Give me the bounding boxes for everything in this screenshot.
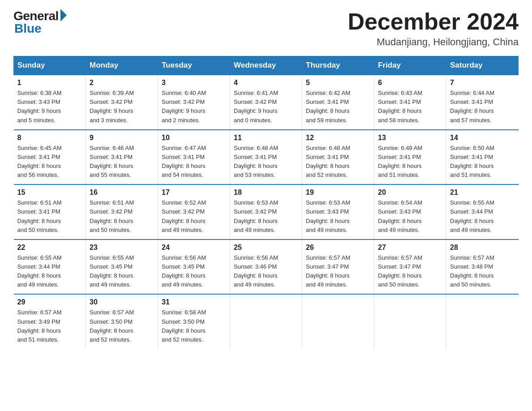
calendar-cell: 18Sunrise: 6:53 AM Sunset: 3:42 PM Dayli… (230, 184, 302, 240)
day-number: 26 (306, 244, 370, 252)
day-info: Sunrise: 6:55 AM Sunset: 3:44 PM Dayligh… (17, 253, 82, 290)
day-number: 5 (306, 79, 370, 87)
day-number: 30 (90, 298, 154, 306)
calendar-cell: 10Sunrise: 6:47 AM Sunset: 3:41 PM Dayli… (158, 130, 230, 185)
calendar-cell: 15Sunrise: 6:51 AM Sunset: 3:41 PM Dayli… (14, 184, 86, 240)
day-number: 2 (90, 79, 154, 87)
calendar-cell: 31Sunrise: 6:58 AM Sunset: 3:50 PM Dayli… (158, 294, 230, 349)
day-info: Sunrise: 6:51 AM Sunset: 3:41 PM Dayligh… (17, 198, 82, 235)
day-number: 8 (17, 134, 82, 142)
calendar-cell: 24Sunrise: 6:56 AM Sunset: 3:45 PM Dayli… (158, 240, 230, 295)
logo: General Blue (13, 9, 67, 36)
calendar-cell: 27Sunrise: 6:57 AM Sunset: 3:47 PM Dayli… (374, 240, 446, 295)
day-number: 6 (378, 79, 442, 87)
calendar-cell: 30Sunrise: 6:57 AM Sunset: 3:50 PM Dayli… (86, 294, 158, 349)
day-info: Sunrise: 6:57 AM Sunset: 3:48 PM Dayligh… (450, 253, 515, 290)
calendar-cell: 29Sunrise: 6:57 AM Sunset: 3:49 PM Dayli… (14, 294, 86, 349)
day-number: 27 (378, 244, 442, 252)
day-info: Sunrise: 6:56 AM Sunset: 3:46 PM Dayligh… (234, 253, 298, 290)
day-info: Sunrise: 6:48 AM Sunset: 3:41 PM Dayligh… (234, 144, 298, 180)
day-number: 22 (17, 244, 82, 252)
day-info: Sunrise: 6:52 AM Sunset: 3:42 PM Dayligh… (162, 198, 226, 235)
day-info: Sunrise: 6:57 AM Sunset: 3:47 PM Dayligh… (378, 253, 442, 290)
calendar-cell: 20Sunrise: 6:54 AM Sunset: 3:43 PM Dayli… (374, 184, 446, 240)
calendar-cell (446, 294, 519, 349)
day-info: Sunrise: 6:57 AM Sunset: 3:47 PM Dayligh… (306, 253, 370, 290)
calendar-cell: 6Sunrise: 6:43 AM Sunset: 3:41 PM Daylig… (374, 75, 446, 130)
col-header-wednesday: Wednesday (230, 56, 302, 75)
day-number: 29 (17, 298, 82, 306)
calendar-cell: 12Sunrise: 6:48 AM Sunset: 3:41 PM Dayli… (302, 130, 374, 185)
col-header-thursday: Thursday (302, 56, 374, 75)
calendar-cell: 22Sunrise: 6:55 AM Sunset: 3:44 PM Dayli… (14, 240, 86, 295)
col-header-monday: Monday (86, 56, 158, 75)
page-header: General Blue December 2024 Mudanjiang, H… (13, 9, 519, 48)
calendar-week-2: 8Sunrise: 6:45 AM Sunset: 3:41 PM Daylig… (14, 130, 519, 185)
day-info: Sunrise: 6:48 AM Sunset: 3:41 PM Dayligh… (306, 144, 370, 180)
day-info: Sunrise: 6:58 AM Sunset: 3:50 PM Dayligh… (162, 308, 226, 344)
calendar-cell: 26Sunrise: 6:57 AM Sunset: 3:47 PM Dayli… (302, 240, 374, 295)
col-header-sunday: Sunday (14, 56, 86, 75)
day-info: Sunrise: 6:41 AM Sunset: 3:42 PM Dayligh… (234, 89, 298, 125)
day-number: 25 (234, 244, 298, 252)
day-number: 17 (162, 188, 226, 197)
day-number: 19 (306, 188, 370, 197)
logo-triangle-icon (60, 9, 67, 21)
day-info: Sunrise: 6:53 AM Sunset: 3:43 PM Dayligh… (306, 198, 370, 235)
calendar-cell: 9Sunrise: 6:46 AM Sunset: 3:41 PM Daylig… (86, 130, 158, 185)
day-number: 10 (162, 134, 226, 142)
day-info: Sunrise: 6:44 AM Sunset: 3:41 PM Dayligh… (450, 89, 515, 125)
col-header-saturday: Saturday (446, 56, 519, 75)
title-block: December 2024 Mudanjiang, Heilongjiang, … (348, 9, 519, 48)
col-header-friday: Friday (374, 56, 446, 75)
calendar-cell: 28Sunrise: 6:57 AM Sunset: 3:48 PM Dayli… (446, 240, 519, 295)
calendar-cell: 16Sunrise: 6:51 AM Sunset: 3:42 PM Dayli… (86, 184, 158, 240)
calendar-cell: 7Sunrise: 6:44 AM Sunset: 3:41 PM Daylig… (446, 75, 519, 130)
calendar-cell: 3Sunrise: 6:40 AM Sunset: 3:42 PM Daylig… (158, 75, 230, 130)
calendar-cell: 4Sunrise: 6:41 AM Sunset: 3:42 PM Daylig… (230, 75, 302, 130)
day-number: 12 (306, 134, 370, 142)
day-info: Sunrise: 6:38 AM Sunset: 3:43 PM Dayligh… (17, 89, 82, 125)
day-number: 11 (234, 134, 298, 142)
calendar-cell (374, 294, 446, 349)
day-info: Sunrise: 6:45 AM Sunset: 3:41 PM Dayligh… (17, 144, 82, 180)
day-number: 16 (90, 188, 154, 197)
day-number: 28 (450, 244, 515, 252)
day-info: Sunrise: 6:40 AM Sunset: 3:42 PM Dayligh… (162, 89, 226, 125)
calendar-cell: 21Sunrise: 6:55 AM Sunset: 3:44 PM Dayli… (446, 184, 519, 240)
calendar-cell: 25Sunrise: 6:56 AM Sunset: 3:46 PM Dayli… (230, 240, 302, 295)
day-number: 14 (450, 134, 515, 142)
calendar-cell: 8Sunrise: 6:45 AM Sunset: 3:41 PM Daylig… (14, 130, 86, 185)
day-number: 9 (90, 134, 154, 142)
col-header-tuesday: Tuesday (158, 56, 230, 75)
logo-blue-text: Blue (13, 21, 42, 36)
day-number: 1 (17, 79, 82, 87)
calendar-week-1: 1Sunrise: 6:38 AM Sunset: 3:43 PM Daylig… (14, 75, 519, 130)
calendar-week-3: 15Sunrise: 6:51 AM Sunset: 3:41 PM Dayli… (14, 184, 519, 240)
calendar-week-5: 29Sunrise: 6:57 AM Sunset: 3:49 PM Dayli… (14, 294, 519, 349)
calendar-cell: 14Sunrise: 6:50 AM Sunset: 3:41 PM Dayli… (446, 130, 519, 185)
day-info: Sunrise: 6:51 AM Sunset: 3:42 PM Dayligh… (90, 198, 154, 235)
calendar-cell: 5Sunrise: 6:42 AM Sunset: 3:41 PM Daylig… (302, 75, 374, 130)
day-number: 20 (378, 188, 442, 197)
day-number: 31 (162, 298, 226, 306)
calendar-cell: 1Sunrise: 6:38 AM Sunset: 3:43 PM Daylig… (14, 75, 86, 130)
day-info: Sunrise: 6:49 AM Sunset: 3:41 PM Dayligh… (378, 144, 442, 180)
calendar-cell: 13Sunrise: 6:49 AM Sunset: 3:41 PM Dayli… (374, 130, 446, 185)
day-number: 23 (90, 244, 154, 252)
day-info: Sunrise: 6:56 AM Sunset: 3:45 PM Dayligh… (162, 253, 226, 290)
day-info: Sunrise: 6:57 AM Sunset: 3:49 PM Dayligh… (17, 308, 82, 344)
day-info: Sunrise: 6:55 AM Sunset: 3:45 PM Dayligh… (90, 253, 154, 290)
day-number: 24 (162, 244, 226, 252)
day-info: Sunrise: 6:57 AM Sunset: 3:50 PM Dayligh… (90, 308, 154, 344)
calendar-cell: 19Sunrise: 6:53 AM Sunset: 3:43 PM Dayli… (302, 184, 374, 240)
day-number: 15 (17, 188, 82, 197)
calendar-week-4: 22Sunrise: 6:55 AM Sunset: 3:44 PM Dayli… (14, 240, 519, 295)
calendar-cell: 23Sunrise: 6:55 AM Sunset: 3:45 PM Dayli… (86, 240, 158, 295)
day-number: 18 (234, 188, 298, 197)
day-info: Sunrise: 6:53 AM Sunset: 3:42 PM Dayligh… (234, 198, 298, 235)
day-number: 3 (162, 79, 226, 87)
day-info: Sunrise: 6:42 AM Sunset: 3:41 PM Dayligh… (306, 89, 370, 125)
day-info: Sunrise: 6:50 AM Sunset: 3:41 PM Dayligh… (450, 144, 515, 180)
calendar-cell: 11Sunrise: 6:48 AM Sunset: 3:41 PM Dayli… (230, 130, 302, 185)
